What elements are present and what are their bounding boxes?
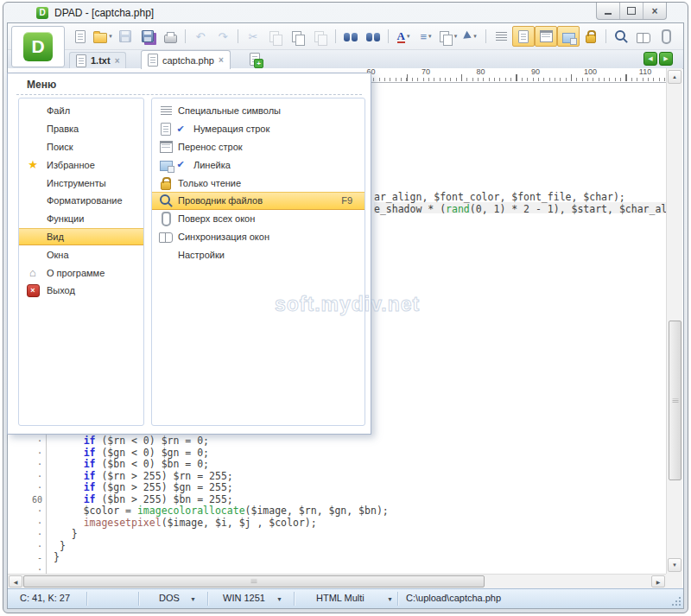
menu-item-label: О программе (47, 268, 105, 278)
tab-1.txt[interactable]: 1.txt× (69, 52, 126, 68)
submenu-item-Настройки[interactable]: Настройки (152, 245, 365, 264)
menu-item-Вид[interactable]: Вид (19, 228, 143, 246)
code-line: · if ($gn < 0) $gn = 0; (8, 448, 666, 460)
toolbar: ▾↶↷✂A▾≡▾▾▾ (69, 26, 677, 47)
shortcut-label: F9 (341, 195, 352, 206)
save-as-image-button[interactable] (136, 26, 159, 47)
paste-special-button[interactable]: ▾ (437, 26, 460, 47)
scroll-right-button[interactable]: ▶ (651, 575, 665, 587)
submenu-item-Синхронизация окон[interactable]: Синхронизация окон (152, 228, 365, 246)
tab-label: captcha.php (162, 55, 214, 66)
icon-slot: × (26, 284, 40, 297)
vertical-scrollbar[interactable]: ▲ ▼ (666, 68, 682, 574)
ruler-label: 80 (476, 67, 485, 76)
code-line: · if ($rn < 0) $rn = 0; (8, 435, 666, 448)
quick-replace-button[interactable]: ▾ (460, 26, 482, 47)
submenu-item-label: Только чтение (178, 178, 241, 188)
menu-item-Функции[interactable]: Функции (19, 210, 143, 228)
line-ending-dropdown-icon[interactable]: ▼ (190, 596, 196, 602)
submenu-item-Линейка[interactable]: ✔Линейка (152, 156, 365, 174)
menu-item-Файл[interactable]: Файл (19, 102, 143, 120)
submenu-item-Перенос строк[interactable]: Перенос строк (152, 138, 365, 156)
cursor-position: C: 41, K: 27 (20, 593, 70, 603)
scroll-left-button[interactable]: ◀ (9, 575, 22, 587)
tab-close-icon[interactable]: × (219, 55, 224, 65)
menu-item-Инструменты[interactable]: Инструменты (19, 174, 143, 192)
gutter-marker: 60 (20, 494, 42, 506)
submenu-item-Только чтение[interactable]: Только чтение (152, 174, 365, 192)
horizontal-scrollbar[interactable]: ◀ ▶ (8, 574, 666, 588)
preview-button[interactable] (610, 26, 632, 47)
compare-windows-button[interactable] (632, 26, 655, 47)
menu-item-Форматирование[interactable]: Форматирование (19, 192, 143, 210)
word-wrap-button[interactable] (535, 26, 557, 47)
document-icon (148, 54, 158, 67)
print-button[interactable] (159, 26, 181, 47)
tab-scroll-left-button[interactable]: ◀ (643, 52, 657, 66)
special-symbols-button[interactable] (490, 26, 512, 47)
syntax-dropdown-icon[interactable]: ▼ (387, 596, 393, 602)
encoding-dropdown-icon[interactable]: ▼ (276, 596, 282, 602)
submenu-item-Специальные символы[interactable]: Специальные символы (152, 102, 365, 120)
menu-item-Правка[interactable]: Правка (19, 120, 143, 138)
maximize-button[interactable] (620, 3, 643, 19)
menu-item-Окна[interactable]: Окна (19, 245, 143, 264)
submenu-item-Поверх всех окон[interactable]: Поверх всех окон (152, 210, 365, 228)
app-menu-button[interactable]: D (11, 26, 65, 67)
preview-icon (615, 30, 625, 41)
i-lock-icon (161, 181, 171, 190)
encoding-select[interactable]: WIN 1251 (223, 593, 265, 603)
i-page-icon (161, 123, 171, 136)
attach-button[interactable] (655, 26, 677, 47)
copy-button[interactable] (264, 26, 287, 47)
tab-scroll-right-button[interactable]: ▶ (659, 52, 673, 66)
find-in-files-button[interactable] (362, 26, 384, 47)
line-ending-select[interactable]: DOS (159, 593, 180, 603)
find-icon (344, 31, 358, 42)
resize-grip[interactable] (671, 596, 681, 606)
delete-selection-button[interactable] (309, 26, 332, 47)
file-explorer-button[interactable] (557, 26, 580, 47)
open-file-button[interactable]: ▾ (92, 26, 114, 47)
syntax-select[interactable]: HTML Multi (316, 593, 365, 603)
menu-item-Поиск[interactable]: Поиск (19, 138, 143, 156)
new-file-button[interactable] (69, 26, 92, 47)
watermark: soft.mydiv.net (275, 293, 420, 316)
menu-item-О программе[interactable]: ⌂О программе (19, 264, 143, 282)
delete-selection-icon (314, 31, 324, 42)
find-button[interactable] (339, 26, 362, 47)
menu-item-Избранное[interactable]: ★Избранное (19, 156, 143, 174)
gutter-marker: - (20, 552, 42, 564)
cut-icon: ✂ (249, 31, 258, 42)
read-only-button[interactable] (580, 26, 602, 47)
titlebar[interactable]: D DPAD - [captcha.php] × (3, 3, 688, 23)
new-document-button[interactable] (250, 53, 260, 66)
tab-close-icon[interactable]: × (115, 56, 120, 66)
undo-button[interactable]: ↶ (189, 26, 212, 47)
scrollbar-corner (666, 574, 682, 588)
view-submenu: Специальные символы✔Нумерация строкПерен… (151, 98, 365, 426)
redo-button[interactable]: ↷ (212, 26, 234, 47)
scroll-down-button[interactable]: ▼ (668, 558, 681, 572)
paste-button[interactable] (287, 26, 309, 47)
close-button[interactable]: × (643, 3, 666, 19)
menu-item-label: Выход (47, 285, 75, 295)
horizontal-scroll-thumb[interactable] (23, 575, 485, 587)
scroll-up-button[interactable]: ▲ (668, 70, 681, 84)
menu-item-label: Файл (47, 105, 70, 116)
save-file-button[interactable] (114, 26, 136, 47)
code-line: 60 if ($bn > 255) $bn = 255; (8, 494, 666, 506)
submenu-item-Проводник файлов[interactable]: Проводник файловF9 (152, 192, 365, 210)
alignment-button[interactable]: ≡▾ (415, 26, 437, 47)
menu-item-label: Вид (47, 232, 64, 242)
toolbar-separator (388, 29, 389, 43)
tab-captcha.php[interactable]: captcha.php× (141, 50, 231, 69)
minimize-button[interactable] (597, 3, 620, 19)
submenu-item-Нумерация строк[interactable]: ✔Нумерация строк (152, 120, 365, 138)
menu-item-Выход[interactable]: ×Выход (19, 282, 143, 300)
cut-button[interactable]: ✂ (242, 26, 264, 47)
line-numbering-button[interactable] (512, 26, 535, 47)
vertical-scroll-thumb[interactable] (669, 321, 681, 480)
submenu-item-label: Перенос строк (178, 142, 243, 152)
font-color-button[interactable]: A▾ (392, 26, 415, 47)
